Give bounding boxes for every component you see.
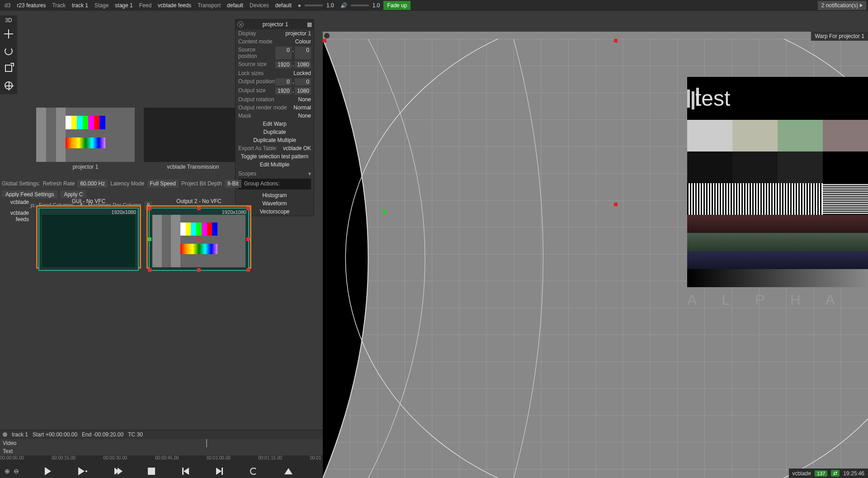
close-icon[interactable] xyxy=(237,21,244,28)
scopes-section[interactable]: Scopes▾ xyxy=(236,169,314,179)
volume-icon[interactable]: 🔊 xyxy=(338,1,350,10)
edit-multiple-button[interactable]: Edit Multiple xyxy=(236,161,314,169)
feed-label[interactable]: Feed xyxy=(137,1,154,10)
timeline-track[interactable]: track 1 xyxy=(12,431,28,438)
warp-handle[interactable] xyxy=(197,237,201,241)
devices-label[interactable]: Devices xyxy=(247,1,272,10)
warp-point[interactable] xyxy=(323,39,326,43)
play-button[interactable] xyxy=(45,467,51,475)
app-name[interactable]: d3 xyxy=(2,1,13,10)
notifications-button[interactable]: 2 notification(s) xyxy=(818,1,866,10)
zoom-in-button[interactable]: ⊕ xyxy=(5,468,10,475)
display-value[interactable]: projector 1 xyxy=(285,30,311,37)
output-rotation-value[interactable]: None xyxy=(298,96,311,103)
timeline-text-track[interactable]: Text xyxy=(0,447,323,455)
feed-value[interactable]: vcblade feeds xyxy=(155,1,194,10)
volume-slider[interactable] xyxy=(351,5,369,6)
toggle-test-pattern-button[interactable]: Toggle selection test pattern xyxy=(236,152,314,161)
track-label[interactable]: Track xyxy=(49,1,68,10)
warp-handle-active[interactable] xyxy=(148,237,151,241)
mask-value[interactable]: None xyxy=(298,113,311,119)
3d-label[interactable]: 3D xyxy=(0,15,17,25)
export-value[interactable]: vcblade OK xyxy=(283,145,311,151)
devices-value[interactable]: default xyxy=(273,1,294,10)
output-position-y[interactable]: 0 xyxy=(295,78,311,85)
brightness-slider[interactable] xyxy=(305,5,323,6)
transport-value[interactable]: default xyxy=(224,1,246,10)
panel-menu-icon[interactable]: ▦ xyxy=(307,21,312,28)
edit-warp-button[interactable]: Edit Warp xyxy=(236,120,314,128)
undo-button[interactable] xyxy=(250,468,257,475)
lock-sizes-value[interactable]: Locked xyxy=(293,70,311,76)
zoom-out-button[interactable]: ⊖ xyxy=(14,468,19,475)
duplicate-button[interactable]: Duplicate xyxy=(236,128,314,136)
feed-output-2[interactable]: Output 2 - No VFC 1920x1080 xyxy=(146,197,251,269)
move-tool[interactable] xyxy=(0,25,17,43)
chevron-down-icon: ▾ xyxy=(308,170,311,177)
stop-button[interactable] xyxy=(148,468,155,475)
bit-depth-field[interactable]: 8-Bit xyxy=(225,180,241,188)
transport-label[interactable]: Transport xyxy=(195,1,223,10)
warp-point[interactable] xyxy=(614,39,618,43)
prev-section-button[interactable] xyxy=(182,468,189,475)
warp-handle[interactable] xyxy=(246,207,250,210)
scale-tool[interactable] xyxy=(0,60,17,77)
warp-handle[interactable] xyxy=(148,207,151,210)
world-tool[interactable] xyxy=(0,77,17,94)
move-icon xyxy=(4,29,13,38)
group-actions-label: Group Actions: xyxy=(244,180,280,187)
menubar: d3 r23 features Track track 1 Stage stag… xyxy=(0,0,868,11)
feed-tab-vcblade-feeds[interactable]: vcblade feeds xyxy=(0,208,31,224)
refresh-rate-label: Refresh Rate xyxy=(43,180,75,187)
brightness-icon[interactable]: ● xyxy=(295,1,304,10)
output-size-h[interactable]: 1080 xyxy=(295,87,311,95)
timeline: track 1 Start +00:00:00.00 End -00:09:20… xyxy=(0,430,323,478)
preview-projector-1[interactable]: projector 1 xyxy=(36,108,135,178)
notifications-text: 2 notification(s) xyxy=(821,2,858,9)
output-render-value[interactable]: Normal xyxy=(293,104,311,111)
timeline-end: End -00:09:20.00 xyxy=(82,431,123,438)
preview-vcblade-transmission[interactable]: vcblade Transmission xyxy=(144,108,242,178)
source-size-label: Source size xyxy=(238,61,275,68)
warp-handle[interactable] xyxy=(148,268,151,272)
timeline-ruler[interactable]: 00:00:00.00 00:00:15.00 00:00:30.00 00:0… xyxy=(0,455,323,464)
warp-handle[interactable] xyxy=(246,237,250,241)
duplicate-multiple-button[interactable]: Duplicate Multiple xyxy=(236,136,314,144)
volume-value[interactable]: 1.0 xyxy=(370,1,383,10)
source-size-w[interactable]: 1920 xyxy=(275,61,292,68)
stage-value[interactable]: stage 1 xyxy=(112,1,135,10)
warp-handle[interactable] xyxy=(197,207,201,210)
feed-output-gui[interactable]: GUI - No VFC 1920x1080 xyxy=(36,197,141,269)
output-position-x[interactable]: 0 xyxy=(275,78,292,85)
source-size-h[interactable]: 1080 xyxy=(295,61,311,68)
brightness-value[interactable]: 1.0 xyxy=(324,1,337,10)
stage-label[interactable]: Stage xyxy=(92,1,111,10)
ruler-tick: 00:01:00.00 xyxy=(207,455,231,460)
warp-title: Warp For projector 1 xyxy=(811,32,868,41)
close-icon[interactable] xyxy=(324,33,330,39)
play-section-button[interactable] xyxy=(78,467,87,475)
warp-handle[interactable] xyxy=(246,268,250,272)
feed-tab-vcblade[interactable]: vcblade xyxy=(0,197,31,207)
source-position-x[interactable]: 0 xyxy=(275,47,292,59)
warp-handle[interactable] xyxy=(197,268,201,272)
rotate-tool[interactable] xyxy=(0,43,17,60)
project-name[interactable]: r23 features xyxy=(14,1,48,10)
warp-point-selected[interactable] xyxy=(382,210,386,213)
content-mode-value[interactable]: Colour xyxy=(295,38,311,45)
latency-mode-field[interactable]: Full Speed xyxy=(147,180,179,188)
fade-up-button[interactable]: Fade up xyxy=(383,1,410,10)
warp-viewport[interactable]: Warp For projector 1 test A L P H A xyxy=(323,32,868,478)
source-position-y[interactable]: 0 xyxy=(295,47,311,59)
output-size-w[interactable]: 1920 xyxy=(275,87,292,95)
refresh-rate-field[interactable]: 60.000 Hz xyxy=(77,180,108,188)
record-icon[interactable] xyxy=(3,432,7,437)
status-bar: vcblade 137 ⇄ 19:25:46 xyxy=(789,469,868,478)
loop-button[interactable] xyxy=(114,468,121,475)
bit-depth-label: Project Bit Depth xyxy=(181,180,222,187)
timeline-video-track[interactable]: Video xyxy=(0,439,323,447)
track-value[interactable]: track 1 xyxy=(69,1,91,10)
next-section-button[interactable] xyxy=(216,468,223,475)
warp-point[interactable] xyxy=(614,203,618,206)
up-button[interactable] xyxy=(284,468,292,474)
